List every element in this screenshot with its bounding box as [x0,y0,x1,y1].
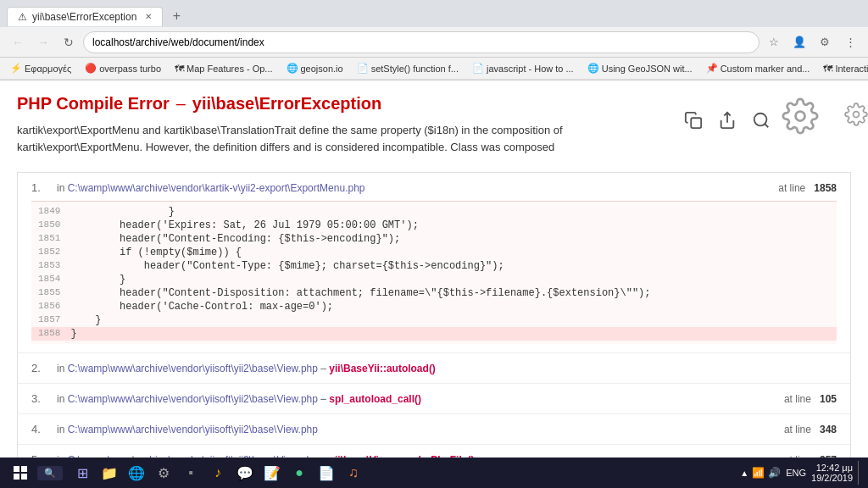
bookmark-mapfeatures[interactable]: 🗺 Map Features - Op... [171,62,275,75]
bookmark-marker[interactable]: 📌 Custom marker and... [703,61,814,75]
bookmark-setstyle[interactable]: 📄 setStyle() function f... [353,61,462,75]
browser-chrome: ⚠ yii\base\ErrorException ✕ + ← → ↻ ☆ 👤 … [0,0,868,80]
trace-at-3: at line 105 [784,393,837,405]
line-number-4: 348 [820,424,837,435]
trace-at-4: at line 348 [784,424,837,435]
trace-header-2[interactable]: 2. in C:\wamp\www\archive\vendor\yiisoft… [31,362,837,374]
svg-point-4 [795,112,804,121]
choropleth-icon: 🗺 [823,64,832,74]
bookmark-label: overpass turbo [99,64,161,74]
bookmark-apps[interactable]: ⚡ Εφαρμογές [7,61,75,75]
stack-trace: 1. in C:\wamp\www\archive\vendor\kartik-… [17,172,851,458]
trace-path-3: in C:\wamp\www\archive\vendor\yiisoft\yi… [57,393,776,405]
code-line-1852: 1852 if (!empty($mime)) { [31,246,837,259]
trace-file-4: C:\wamp\www\archive\vendor\yiisoft\yii2\… [68,424,318,435]
bookmark-javascript[interactable]: 📄 javascript - How to ... [469,61,577,75]
bookmark-label: Map Features - Op... [186,64,272,74]
apps-icon: ⚡ [10,63,22,74]
svg-rect-0 [691,118,701,128]
error-type: PHP Compile Error [17,94,170,114]
svg-point-2 [754,113,767,125]
extensions-button[interactable]: ⚙ [814,31,836,53]
svg-line-3 [765,124,768,127]
error-header-right [680,97,851,142]
search-icon[interactable] [748,107,775,134]
trace-path-2: in C:\wamp\www\archive\vendor\yiisoft\yi… [57,363,837,374]
code-line-1850: 1850 header('Expires: Sat, 26 Jul 1979 0… [31,219,837,232]
bookmark-label: Εφαρμογές [25,64,71,74]
copy-icon[interactable] [680,107,707,134]
forward-button[interactable]: → [32,31,54,53]
map-icon: 🗺 [175,64,184,74]
at-line-label-4: at line [784,424,811,435]
share-icon[interactable] [714,107,741,134]
bookmark-label: Interactive Choropi... [835,64,868,74]
title-separator: – [176,94,186,114]
address-bar[interactable] [83,31,760,53]
line-number-3: 105 [820,393,837,405]
error-message: kartik\export\ExportMenu and kartik\base… [17,122,680,155]
menu-button[interactable]: ⋮ [839,31,861,53]
code-line-1857: 1857 } [31,313,837,327]
back-button[interactable]: ← [7,31,29,53]
trace-header-3[interactable]: 3. in C:\wamp\www\archive\vendor\yiisoft… [31,392,837,405]
code-line-1853: 1853 header("Content-Type: {$mime}; char… [31,259,837,273]
active-tab[interactable]: ⚠ yii\base\ErrorException ✕ [7,7,163,26]
trace-number-4: 4. [31,423,48,435]
bookmark-geojson2[interactable]: 🌐 Using GeoJSON wit... [584,61,696,75]
trace-file-2: C:\wamp\www\archive\vendor\yiisoft\yii2\… [68,363,318,374]
bookmark-label: javascript - How to ... [487,64,574,74]
bookmark-star-button[interactable]: ☆ [763,31,785,53]
code-block-1: 1849 } 1850 header('Expires: Sat, 26 Jul… [31,201,837,344]
trace-file-1: C:\wamp\www\archive\vendor\kartik-v\yii2… [68,182,365,194]
trace-path-4: in C:\wamp\www\archive\vendor\yiisoft\yi… [57,424,776,435]
bookmarks-bar: ⚡ Εφαρμογές 🔴 overpass turbo 🗺 Map Featu… [0,58,868,80]
svg-point-5 [854,112,860,118]
trace-number-2: 2. [31,362,48,374]
bookmark-geojson[interactable]: 🌐 geojson.io [283,61,347,75]
at-line-label-3: at line [784,393,811,405]
taskbar: 🔍 ⊞ 📁 🌐 ⚙ ▪ ♪ 💬 📝 ● 📄 ♫ ▲ 📶 🔊 ENG 12:42 … [0,458,868,458]
at-line-label-1: at line [778,182,805,194]
tab-title: yii\base\ErrorException [32,11,136,23]
tab-close-button[interactable]: ✕ [145,12,152,21]
code-line-1856: 1856 header('Cache-Control: max-age=0'); [31,300,837,313]
reload-button[interactable]: ↻ [58,31,80,53]
nav-bar: ← → ↻ ☆ 👤 ⚙ ⋮ [0,27,868,58]
tab-bar: ⚠ yii\base\ErrorException ✕ + [0,0,868,27]
js-icon: 📄 [472,63,484,74]
bookmark-label: Using GeoJSON wit... [602,64,693,74]
marker-icon: 📌 [706,63,718,74]
bookmark-choropleth[interactable]: 🗺 Interactive Choropi... [820,62,868,75]
bookmark-overpass[interactable]: 🔴 overpass turbo [81,61,164,75]
geojson-icon: 🌐 [287,63,298,74]
gear-settings-icon[interactable] [782,97,851,142]
bookmark-label: geojson.io [301,64,343,74]
doc-icon: 📄 [357,63,369,74]
trace-item-3: 3. in C:\wamp\www\archive\vendor\yiisoft… [18,384,850,414]
new-tab-button[interactable]: + [166,6,186,26]
trace-method-3: spl_autoload_call() [329,393,421,405]
code-line-1849: 1849 } [31,205,837,219]
trace-item-2: 2. in C:\wamp\www\archive\vendor\yiisoft… [18,353,850,384]
bookmark-label: Custom marker and... [721,64,810,74]
error-title: PHP Compile Error – yii\base\ErrorExcept… [17,94,680,114]
code-line-1855: 1855 header("Content-Disposition: attach… [31,286,837,300]
trace-file-3: C:\wamp\www\archive\vendor\yiisoft\yii2\… [68,393,318,405]
tab-favicon: ⚠ [18,11,27,23]
trace-item-1: 1. in C:\wamp\www\archive\vendor\kartik-… [18,173,850,353]
trace-at-1: at line 1858 [778,182,837,194]
trace-item-4: 4. in C:\wamp\www\archive\vendor\yiisoft… [18,414,850,445]
trace-header-4[interactable]: 4. in C:\wamp\www\archive\vendor\yiisoft… [31,423,837,435]
line-number-1: 1858 [814,182,837,194]
overpass-icon: 🔴 [85,63,97,74]
trace-separator-3: – [320,393,329,405]
trace-path-1: in C:\wamp\www\archive\vendor\kartik-v\y… [57,182,770,194]
trace-header-1[interactable]: 1. in C:\wamp\www\archive\vendor\kartik-… [31,181,837,194]
bookmark-label: setStyle() function f... [371,64,459,74]
profile-button[interactable]: 👤 [788,31,810,53]
trace-number-1: 1. [31,181,48,194]
geojson2-icon: 🌐 [587,63,599,74]
nav-icons: ☆ 👤 ⚙ ⋮ [763,31,861,53]
code-line-1851: 1851 header("Content-Encoding: {$this->e… [31,232,837,246]
